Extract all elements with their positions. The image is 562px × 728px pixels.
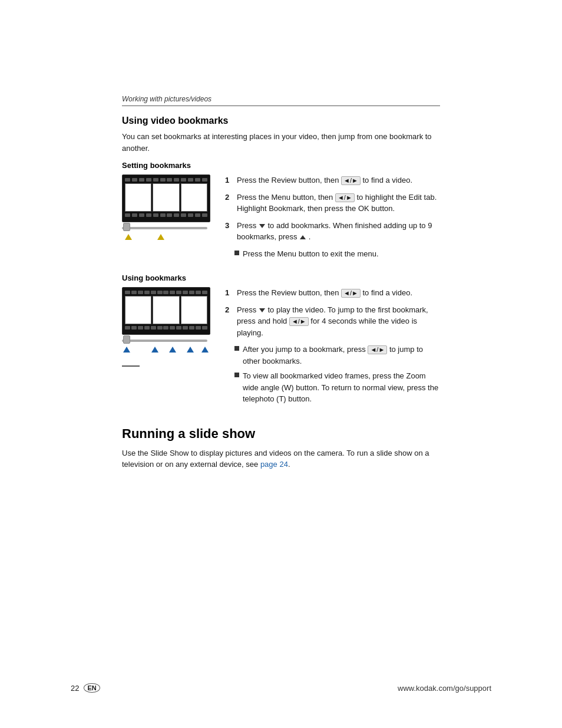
footer-left: 22 EN <box>71 683 100 693</box>
section1-title: Using video bookmarks <box>122 116 440 126</box>
film-hole <box>125 178 130 182</box>
film-hole <box>125 326 130 330</box>
film-hole <box>202 213 207 217</box>
film-hole <box>196 291 201 294</box>
timeline-bar-yellow <box>122 227 207 229</box>
film-hole <box>181 178 186 182</box>
film-hole <box>176 291 181 294</box>
filmstrip-yellow <box>122 174 210 222</box>
film-hole <box>163 291 168 294</box>
content-area: Working with pictures/videos Using video… <box>51 0 511 506</box>
bookmark-blue-1 <box>123 347 130 353</box>
steps-list-using: 1 Press the Review button, then ◄/► to f… <box>225 287 440 338</box>
step-number-3: 3 <box>225 220 233 243</box>
film-frame-b2 <box>153 296 179 324</box>
setting-bookmarks-steps: 1 Press the Review button, then ◄/► to f… <box>225 174 440 263</box>
film-hole <box>188 178 193 182</box>
film-hole <box>144 291 150 294</box>
film-hole <box>125 213 130 217</box>
step-item: 2 Press to play the video. To jump to th… <box>225 304 440 339</box>
filmstrip-yellow-container <box>122 174 213 245</box>
film-frames <box>125 183 207 212</box>
step-text-2: Press the Menu button, then ◄/► to highl… <box>237 192 440 215</box>
timeline-bar-blue <box>122 340 207 342</box>
bullet-using-text-2: To view all bookmarked video frames, pre… <box>243 370 440 405</box>
page24-link[interactable]: page 24 <box>260 460 288 469</box>
nav-lr-icon-bullet: ◄/► <box>368 345 387 354</box>
header-text: Working with pictures/videos <box>122 95 211 103</box>
film-hole <box>196 326 201 330</box>
film-hole <box>139 213 144 217</box>
step-item: 3 Press to add bookmarks. When finished … <box>225 220 440 243</box>
subsection-using-bookmarks: Using bookmarks <box>122 274 440 409</box>
nav-lr-icon-2: ◄/► <box>335 193 355 202</box>
section-slideshow: Running a slide show Use the Slide Show … <box>122 426 440 470</box>
film-hole <box>167 213 172 217</box>
film-hole <box>202 291 207 294</box>
film-hole <box>138 291 143 294</box>
film-hole <box>151 291 156 294</box>
film-frame-b3 <box>181 296 207 324</box>
film-hole <box>160 213 166 217</box>
film-frame-2 <box>153 183 179 212</box>
bookmark-markers-yellow <box>122 234 207 245</box>
step-item: 1 Press the Review button, then ◄/► to f… <box>225 174 440 186</box>
film-hole <box>174 213 179 217</box>
filmstrip-yellow-col <box>122 174 213 245</box>
film-hole <box>144 326 150 330</box>
film-hole <box>139 178 144 182</box>
film-hole <box>181 213 186 217</box>
bookmark-yellow-1 <box>125 234 132 240</box>
film-hole <box>195 213 200 217</box>
subsection1-title: Setting bookmarks <box>122 161 440 170</box>
step-number-1: 1 <box>225 174 233 186</box>
film-hole <box>189 291 194 294</box>
bookmark-blue-4 <box>187 347 194 353</box>
arrow-down-icon-1 <box>259 224 265 228</box>
bullet-using-1: After you jump to a bookmark, press ◄/► … <box>234 344 440 367</box>
nav-lr-icon-ub1: ◄/► <box>341 289 361 298</box>
film-frames-b <box>125 296 207 324</box>
bookmark-blue-2 <box>151 347 158 353</box>
bookmark-yellow-2 <box>157 234 164 240</box>
bullet-using-2: To view all bookmarked video frames, pre… <box>234 370 440 405</box>
steps-list-setting: 1 Press the Review button, then ◄/► to f… <box>225 174 440 243</box>
bookmark-blue-5 <box>201 347 209 353</box>
setting-bookmarks-layout: 1 Press the Review button, then ◄/► to f… <box>122 174 440 263</box>
film-holes-bottom <box>125 213 207 217</box>
using-bookmarks-steps: 1 Press the Review button, then ◄/► to f… <box>225 287 440 409</box>
film-hole <box>170 326 175 330</box>
footer-website: www.kodak.com/go/support <box>398 684 491 693</box>
film-holes-bottom-b <box>125 326 207 330</box>
slider-thumb-blue <box>123 335 130 344</box>
short-divider <box>122 365 140 367</box>
film-frame-3 <box>181 183 207 212</box>
step-number-ub1: 1 <box>225 287 233 299</box>
arrow-down-icon-2 <box>259 308 265 312</box>
film-holes-top <box>125 178 207 182</box>
arrow-up-icon-1 <box>300 235 306 239</box>
film-hole <box>125 291 130 294</box>
timeline-area-yellow <box>122 227 213 245</box>
bullet-square-icon-2 <box>234 346 239 351</box>
slider-thumb-yellow <box>123 223 130 231</box>
subsection-setting-bookmarks: Setting bookmarks <box>122 161 440 263</box>
using-bullets: After you jump to a bookmark, press ◄/► … <box>225 344 440 405</box>
film-hole <box>170 291 175 294</box>
film-hole <box>183 291 188 294</box>
step-number-ub2: 2 <box>225 304 233 339</box>
bookmark-blue-3 <box>169 347 176 353</box>
step-text-ub2: Press to play the video. To jump to the … <box>237 304 440 339</box>
film-hole <box>151 326 156 330</box>
bookmark-markers-blue <box>122 347 207 357</box>
step-item: 1 Press the Review button, then ◄/► to f… <box>225 287 440 299</box>
film-hole <box>153 213 158 217</box>
film-hole <box>146 213 151 217</box>
nav-lr-icon-1: ◄/► <box>341 176 361 185</box>
film-hole <box>195 178 200 182</box>
film-hole <box>157 326 163 330</box>
step-text-1: Press the Review button, then ◄/► to fin… <box>237 174 440 186</box>
filmstrip-blue-container <box>122 287 213 367</box>
film-hole <box>153 178 158 182</box>
film-hole <box>202 178 207 182</box>
